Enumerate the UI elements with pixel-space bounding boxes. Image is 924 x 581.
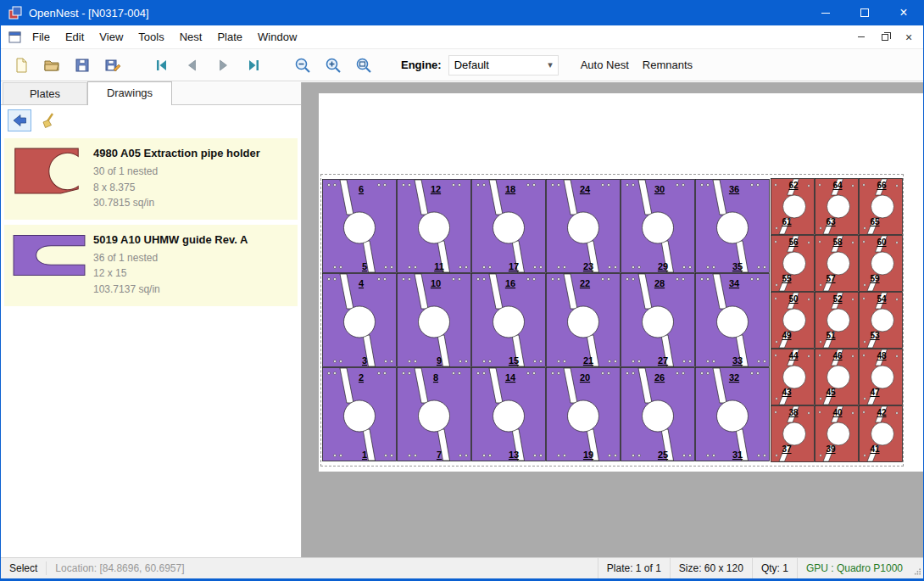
nest-cell-red[interactable]: 6665 [860, 179, 903, 235]
auto-nest-button[interactable]: Auto Nest [574, 54, 636, 75]
part-number: 44 [788, 351, 799, 360]
nest-cell-purple[interactable]: 3231 [696, 368, 770, 461]
nest-cell-red[interactable]: 4847 [860, 349, 903, 405]
save-button[interactable] [70, 53, 94, 77]
nest-cell-red[interactable]: 6261 [771, 179, 815, 235]
engine-label: Engine: [401, 59, 442, 71]
nest-cell-purple[interactable]: 21 [323, 368, 397, 461]
nest-cell-purple[interactable]: 3635 [696, 180, 770, 273]
mdi-restore-button[interactable] [877, 30, 893, 45]
part-number: 40 [832, 408, 843, 417]
part-number: 3 [362, 355, 367, 366]
nest-cell-purple[interactable]: 43 [323, 274, 397, 367]
part-number: 55 [782, 274, 792, 283]
part-number: 59 [870, 274, 880, 283]
nest-cell-purple[interactable]: 65 [323, 180, 397, 273]
engine-select[interactable]: Default ▾ [448, 55, 559, 75]
part-number: 37 [782, 444, 792, 454]
nest-cell-purple[interactable]: 3029 [621, 180, 695, 273]
mdi-close-button[interactable]: × [901, 30, 916, 45]
nest-cell-red[interactable]: 5857 [815, 236, 859, 292]
part-number: 32 [729, 372, 739, 383]
nest-cell-purple[interactable]: 3433 [696, 274, 770, 367]
nest-cell-red[interactable]: 4443 [771, 349, 815, 405]
status-mode: Select [1, 558, 46, 578]
nest-layout[interactable]: 6512111817242330293635431091615222128273… [321, 175, 903, 466]
nest-cell-purple[interactable]: 87 [398, 368, 471, 461]
opennest-window: { "window": { "title": "OpenNest - [N031… [0, 0, 924, 581]
part-number: 52 [832, 294, 843, 304]
nest-cell-purple[interactable]: 1413 [472, 368, 546, 461]
menu-item-window[interactable]: Window [250, 26, 304, 47]
nest-cell-purple[interactable]: 2423 [547, 180, 621, 273]
document-icon[interactable] [8, 31, 21, 43]
clean-button[interactable] [36, 109, 60, 131]
back-arrow-button[interactable] [8, 109, 31, 131]
tab-drawings[interactable]: Drawings [87, 81, 172, 105]
resize-grip[interactable] [911, 558, 923, 578]
title-bar[interactable]: OpenNest - [N0317-004] × [1, 0, 923, 25]
drawing-name: 4980 A05 Extraction pipe holder [93, 147, 292, 159]
minimize-icon [821, 13, 830, 14]
save-as-icon [104, 57, 121, 74]
open-button[interactable] [40, 53, 64, 77]
nest-cell-purple[interactable]: 2827 [621, 274, 695, 367]
close-button[interactable]: × [884, 0, 923, 25]
nav-last-button[interactable] [242, 53, 265, 77]
menu-item-nest[interactable]: Nest [172, 26, 210, 47]
plate[interactable]: 6512111817242330293635431091615222128273… [320, 174, 904, 466]
zoom-out-button[interactable] [291, 53, 314, 77]
nest-cell-red[interactable]: 4241 [860, 406, 903, 462]
nest-cell-purple[interactable]: 1615 [472, 274, 546, 367]
nest-cell-red[interactable]: 4039 [815, 406, 859, 462]
nav-next-button[interactable] [211, 53, 235, 77]
part-number: 36 [729, 184, 739, 194]
nest-cell-red[interactable]: 5251 [815, 293, 859, 349]
minimize-button[interactable] [806, 0, 845, 25]
nest-cell-red[interactable]: 3837 [771, 406, 815, 462]
status-qty: Qty: 1 [752, 558, 797, 578]
part-number: 23 [583, 261, 593, 271]
nest-cell-red[interactable]: 5453 [860, 293, 903, 349]
new-button[interactable] [9, 53, 33, 77]
menu-item-view[interactable]: View [92, 26, 131, 47]
part-number: 46 [832, 351, 843, 360]
part-number: 64 [832, 181, 843, 190]
nest-cell-purple[interactable]: 109 [398, 274, 471, 367]
tab-plates[interactable]: Plates [3, 82, 87, 104]
maximize-button[interactable] [845, 0, 884, 25]
nest-cell-red[interactable]: 6059 [860, 236, 903, 292]
nest-cell-purple[interactable]: 2019 [547, 368, 621, 461]
engine-select-value: Default [454, 59, 489, 71]
part-number: 6 [359, 184, 364, 194]
menu-item-plate[interactable]: Plate [209, 26, 250, 47]
nav-prev-button[interactable] [181, 53, 204, 77]
nest-cell-red[interactable]: 4645 [815, 349, 859, 405]
nest-cell-red[interactable]: 5049 [771, 293, 815, 349]
nest-cell-purple[interactable]: 1817 [472, 180, 546, 273]
nest-cell-purple[interactable]: 1211 [398, 180, 471, 273]
part-number: 49 [782, 331, 792, 340]
part-thumbnail-purple [11, 232, 93, 298]
drawing-nested: 36 of 1 nested [93, 250, 292, 266]
zoom-fit-button[interactable] [352, 53, 376, 77]
zoom-in-button[interactable] [321, 53, 345, 77]
mdi-minimize-button[interactable] [854, 30, 869, 45]
menu-item-tools[interactable]: Tools [131, 26, 171, 47]
remnants-button[interactable]: Remnants [636, 54, 699, 75]
nest-canvas[interactable]: 6512111817242330293635431091615222128273… [302, 82, 923, 557]
part-number: 28 [654, 278, 665, 288]
list-item[interactable]: 5019 A10 UHMW guide Rev. A 36 of 1 neste… [4, 225, 298, 306]
menu-item-edit[interactable]: Edit [58, 26, 92, 47]
part-number: 43 [782, 388, 792, 397]
nest-cell-purple[interactable]: 2221 [547, 274, 621, 367]
part-number: 14 [505, 372, 516, 383]
part-number: 9 [437, 355, 442, 366]
list-item[interactable]: 4980 A05 Extraction pipe holder 30 of 1 … [4, 138, 298, 220]
menu-item-file[interactable]: File [25, 26, 58, 47]
nest-cell-red[interactable]: 5655 [771, 236, 815, 292]
save-as-button[interactable] [101, 53, 125, 77]
nav-first-button[interactable] [150, 53, 174, 77]
nest-cell-purple[interactable]: 2625 [621, 368, 695, 461]
nest-cell-red[interactable]: 6463 [815, 179, 859, 235]
